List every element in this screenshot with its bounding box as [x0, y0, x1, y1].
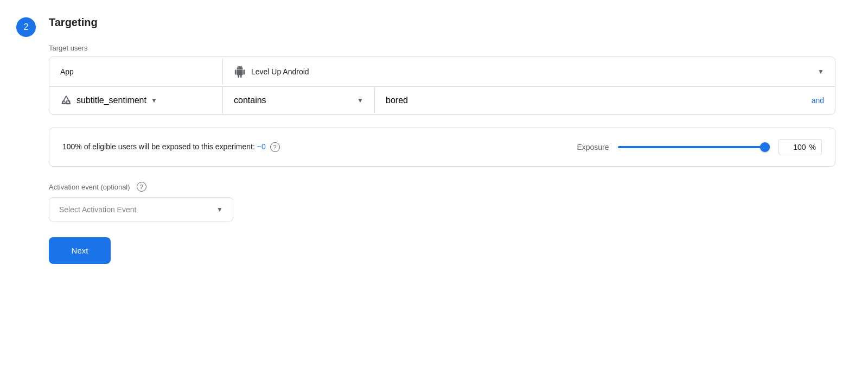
- exposure-slider[interactable]: [618, 146, 770, 148]
- target-users-table: App Level Up Android ▼: [49, 56, 835, 115]
- exposure-value-input[interactable]: [784, 143, 806, 151]
- property-type-icon: [60, 94, 72, 106]
- exposure-text-prefix: 100% of eligible users will be exposed t…: [62, 142, 255, 151]
- exposure-help-icon[interactable]: ?: [270, 142, 280, 152]
- content-area: Targeting Target users App Level Up Andr…: [36, 16, 868, 264]
- exposure-text: 100% of eligible users will be exposed t…: [62, 142, 564, 152]
- activation-label-row: Activation event (optional) ?: [49, 182, 835, 192]
- filter-row: subtitle_sentiment ▼ contains ▼ bored an…: [49, 87, 835, 114]
- app-value-left: Level Up Android: [234, 66, 309, 78]
- and-conjunction[interactable]: and: [812, 96, 824, 105]
- target-users-label: Target users: [49, 44, 835, 52]
- app-dropdown-arrow[interactable]: ▼: [818, 68, 824, 75]
- app-value-cell[interactable]: Level Up Android ▼: [223, 57, 835, 86]
- value-cell[interactable]: bored and: [375, 88, 835, 113]
- eligible-count[interactable]: ~0: [257, 142, 266, 151]
- percent-sign: %: [809, 143, 816, 151]
- app-column-label: App: [49, 59, 223, 85]
- app-row: App Level Up Android ▼: [49, 57, 835, 87]
- operator-cell[interactable]: contains ▼: [223, 88, 375, 113]
- property-dropdown-arrow: ▼: [151, 97, 157, 104]
- svg-rect-1: [67, 101, 70, 104]
- activation-help-icon[interactable]: ?: [137, 182, 146, 192]
- activation-label: Activation event (optional): [49, 183, 130, 191]
- app-name: Level Up Android: [251, 67, 309, 76]
- activation-placeholder: Select Activation Event: [59, 205, 136, 214]
- property-cell[interactable]: subtitle_sentiment ▼: [49, 87, 223, 114]
- operator-value: contains: [234, 96, 266, 105]
- activation-dropdown[interactable]: Select Activation Event ▼: [49, 197, 233, 222]
- property-name: subtitle_sentiment: [76, 96, 146, 105]
- exposure-controls: Exposure %: [577, 139, 822, 155]
- step-number-badge: 2: [16, 17, 36, 37]
- exposure-card: 100% of eligible users will be exposed t…: [49, 128, 835, 167]
- filter-value: bored: [386, 96, 408, 105]
- android-icon: [234, 66, 246, 78]
- page-container: 2 Targeting Target users App Level Up An…: [0, 0, 868, 386]
- section-title: Targeting: [49, 16, 835, 29]
- activation-section: Activation event (optional) ? Select Act…: [49, 182, 835, 222]
- next-button[interactable]: Next: [49, 237, 111, 264]
- exposure-value-box: %: [778, 139, 822, 155]
- operator-dropdown-arrow: ▼: [357, 97, 363, 104]
- activation-dropdown-arrow: ▼: [216, 206, 223, 213]
- exposure-label: Exposure: [577, 143, 609, 151]
